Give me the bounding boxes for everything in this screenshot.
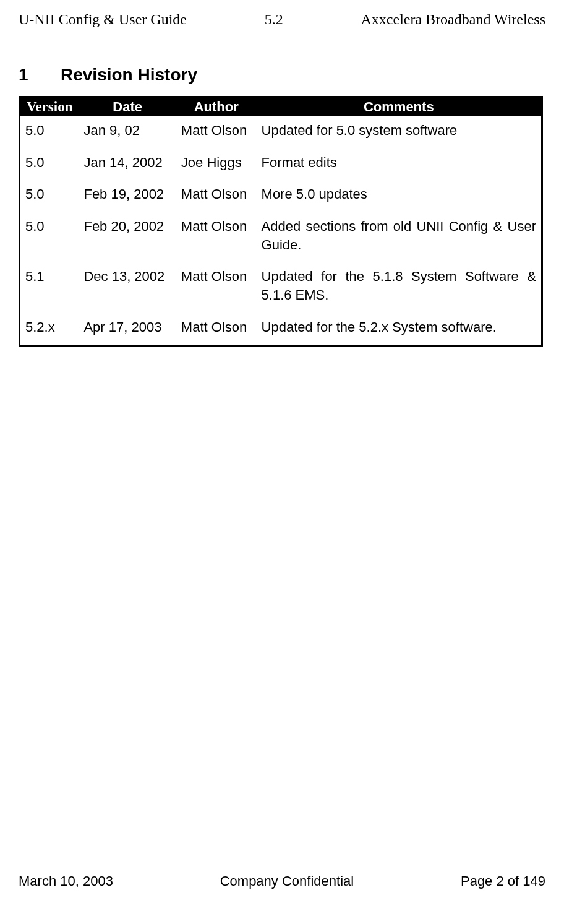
cell-date: Apr 17, 2003 bbox=[79, 313, 176, 346]
col-header-comments: Comments bbox=[257, 97, 542, 117]
page-footer: March 10, 2003 Company Confidential Page… bbox=[19, 873, 545, 889]
footer-center: Company Confidential bbox=[220, 873, 354, 889]
page-header: U-NII Config & User Guide 5.2 Axxcelera … bbox=[19, 11, 545, 28]
cell-date: Feb 19, 2002 bbox=[79, 180, 176, 212]
col-header-date: Date bbox=[79, 97, 176, 117]
col-header-version: Version bbox=[20, 97, 79, 117]
cell-date: Jan 9, 02 bbox=[79, 116, 176, 149]
cell-comments: More 5.0 updates bbox=[257, 180, 542, 212]
table-row: 5.0Jan 9, 02Matt OlsonUpdated for 5.0 sy… bbox=[20, 116, 542, 149]
table-row: 5.0Feb 20, 2002Matt OlsonAdded sections … bbox=[20, 212, 542, 262]
revision-history-table: Version Date Author Comments 5.0Jan 9, 0… bbox=[19, 96, 543, 347]
cell-comments: Added sections from old UNII Config & Us… bbox=[257, 212, 542, 262]
cell-date: Feb 20, 2002 bbox=[79, 212, 176, 262]
cell-author: Matt Olson bbox=[176, 116, 257, 149]
cell-comments: Updated for the 5.1.8 System Software & … bbox=[257, 262, 542, 313]
table-body: 5.0Jan 9, 02Matt OlsonUpdated for 5.0 sy… bbox=[20, 116, 542, 346]
cell-version: 5.0 bbox=[20, 116, 79, 149]
table-row: 5.0Jan 14, 2002Joe HiggsFormat edits bbox=[20, 149, 542, 181]
cell-version: 5.1 bbox=[20, 262, 79, 313]
header-left: U-NII Config & User Guide bbox=[19, 11, 187, 28]
cell-date: Jan 14, 2002 bbox=[79, 149, 176, 181]
table-row: 5.1Dec 13, 2002Matt OlsonUpdated for the… bbox=[20, 262, 542, 313]
section-heading: 1Revision History bbox=[19, 65, 545, 85]
section-title: Revision History bbox=[61, 65, 197, 84]
cell-author: Joe Higgs bbox=[176, 149, 257, 181]
cell-comments: Updated for 5.0 system software bbox=[257, 116, 542, 149]
cell-version: 5.2.x bbox=[20, 313, 79, 346]
footer-right: Page 2 of 149 bbox=[461, 873, 545, 889]
cell-date: Dec 13, 2002 bbox=[79, 262, 176, 313]
cell-version: 5.0 bbox=[20, 149, 79, 181]
table-row: 5.0Feb 19, 2002Matt OlsonMore 5.0 update… bbox=[20, 180, 542, 212]
cell-author: Matt Olson bbox=[176, 212, 257, 262]
table-header-row: Version Date Author Comments bbox=[20, 97, 542, 117]
table-row: 5.2.xApr 17, 2003Matt OlsonUpdated for t… bbox=[20, 313, 542, 346]
cell-comments: Format edits bbox=[257, 149, 542, 181]
col-header-author: Author bbox=[176, 97, 257, 117]
section-number: 1 bbox=[19, 65, 61, 85]
cell-author: Matt Olson bbox=[176, 262, 257, 313]
footer-left: March 10, 2003 bbox=[19, 873, 113, 889]
cell-comments: Updated for the 5.2.x System software. bbox=[257, 313, 542, 346]
cell-version: 5.0 bbox=[20, 180, 79, 212]
cell-author: Matt Olson bbox=[176, 180, 257, 212]
cell-author: Matt Olson bbox=[176, 313, 257, 346]
header-center: 5.2 bbox=[265, 11, 283, 28]
header-right: Axxcelera Broadband Wireless bbox=[361, 11, 545, 28]
cell-version: 5.0 bbox=[20, 212, 79, 262]
